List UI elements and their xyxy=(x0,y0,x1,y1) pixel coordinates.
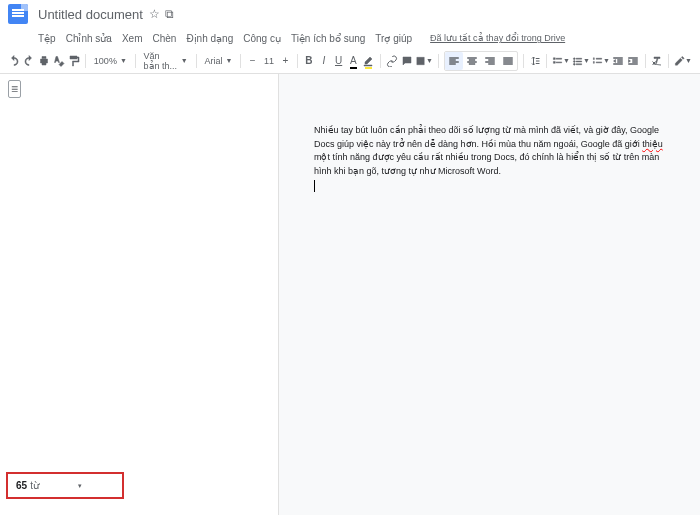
format-paint-button[interactable] xyxy=(67,52,80,70)
document-title[interactable]: Untitled document xyxy=(38,7,143,22)
drive-save-status[interactable]: Đã lưu tất cả thay đổi trong Drive xyxy=(430,33,565,43)
style-dropdown[interactable]: Văn bản th...▼ xyxy=(141,51,191,71)
italic-button[interactable]: I xyxy=(317,52,330,70)
star-icon[interactable]: ☆ xyxy=(149,7,160,21)
align-right-button[interactable] xyxy=(481,52,499,70)
menu-insert[interactable]: Chèn xyxy=(152,33,176,44)
align-center-button[interactable] xyxy=(463,52,481,70)
link-button[interactable] xyxy=(385,52,398,70)
chevron-down-icon[interactable]: ▾ xyxy=(78,482,82,490)
document-canvas[interactable]: Nhiều tay bút luôn cần phải theo dõi số … xyxy=(278,74,700,515)
docs-logo[interactable] xyxy=(8,4,28,24)
font-size[interactable]: 11 xyxy=(261,56,277,66)
outline-panel: ≡ xyxy=(0,74,278,515)
svg-point-1 xyxy=(573,60,575,62)
decrease-font-button[interactable]: − xyxy=(246,52,259,70)
spellcheck-button[interactable] xyxy=(52,52,65,70)
bold-button[interactable]: B xyxy=(303,52,316,70)
toolbar: 100%▼ Văn bản th...▼ Arial▼ − 11 + B I U… xyxy=(0,48,700,74)
menubar: Tệp Chỉnh sửa Xem Chèn Định dạng Công cụ… xyxy=(0,28,700,48)
menu-edit[interactable]: Chỉnh sửa xyxy=(66,33,112,44)
spellcheck-word[interactable]: thiệu xyxy=(642,139,663,149)
word-count-widget[interactable]: 65từ ▾ xyxy=(6,472,124,499)
menu-format[interactable]: Định dạng xyxy=(186,33,233,44)
numbered-list-button[interactable]: ▼ xyxy=(592,52,610,70)
svg-point-2 xyxy=(573,63,575,65)
menu-tools[interactable]: Công cụ xyxy=(243,33,281,44)
editing-mode-button[interactable]: ▼ xyxy=(674,52,692,70)
increase-font-button[interactable]: + xyxy=(279,52,292,70)
highlight-button[interactable] xyxy=(362,52,375,70)
comment-button[interactable] xyxy=(400,52,413,70)
menu-help[interactable]: Trợ giúp xyxy=(375,33,412,44)
document-paragraph[interactable]: Nhiều tay bút luôn cần phải theo dõi số … xyxy=(314,124,674,197)
underline-button[interactable]: U xyxy=(332,52,345,70)
clear-format-button[interactable] xyxy=(650,52,663,70)
redo-button[interactable] xyxy=(23,52,36,70)
move-folder-icon[interactable]: ⧉ xyxy=(165,7,174,21)
align-left-button[interactable] xyxy=(445,52,463,70)
text-color-button[interactable]: A xyxy=(347,52,360,70)
outline-toggle-icon[interactable]: ≡ xyxy=(8,80,21,98)
font-dropdown[interactable]: Arial▼ xyxy=(201,56,235,66)
align-justify-button[interactable] xyxy=(499,52,517,70)
undo-button[interactable] xyxy=(8,52,21,70)
zoom-dropdown[interactable]: 100%▼ xyxy=(91,56,130,66)
menu-file[interactable]: Tệp xyxy=(38,33,56,44)
increase-indent-button[interactable] xyxy=(627,52,640,70)
svg-point-0 xyxy=(573,57,575,59)
menu-view[interactable]: Xem xyxy=(122,33,143,44)
bulleted-list-button[interactable]: ▼ xyxy=(572,52,590,70)
line-spacing-button[interactable] xyxy=(528,52,541,70)
checklist-button[interactable]: ▼ xyxy=(552,52,570,70)
print-button[interactable] xyxy=(38,52,51,70)
image-button[interactable]: ▼ xyxy=(415,52,433,70)
menu-addons[interactable]: Tiện ích bổ sung xyxy=(291,33,365,44)
decrease-indent-button[interactable] xyxy=(612,52,625,70)
text-cursor xyxy=(314,180,315,192)
